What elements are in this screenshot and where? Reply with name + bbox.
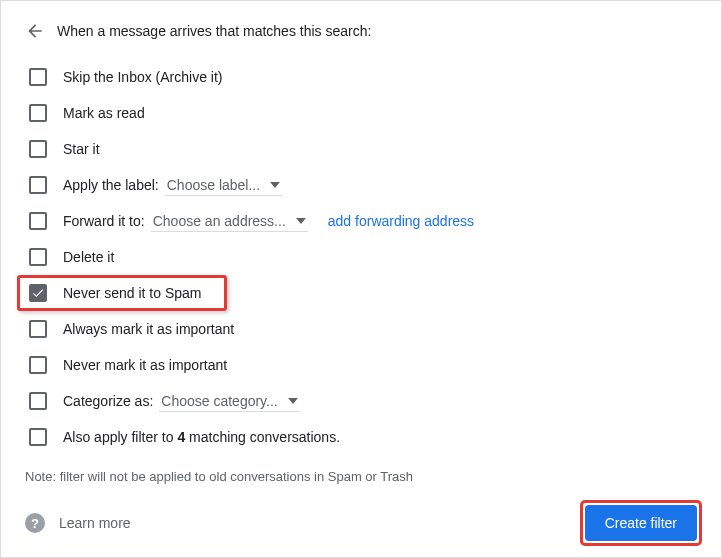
note-text: Note: filter will not be applied to old … — [25, 469, 697, 484]
label-mark-read: Mark as read — [63, 105, 145, 121]
option-apply-label: Apply the label: Choose label... — [29, 167, 697, 203]
label-never-important: Never mark it as important — [63, 357, 227, 373]
checkbox-never-important[interactable] — [29, 356, 47, 374]
option-mark-important: Always mark it as important — [29, 311, 697, 347]
option-never-important: Never mark it as important — [29, 347, 697, 383]
checkbox-star[interactable] — [29, 140, 47, 158]
dropdown-choose-category-text: Choose category... — [161, 393, 277, 409]
checkbox-apply-label[interactable] — [29, 176, 47, 194]
dropdown-choose-category[interactable]: Choose category... — [159, 391, 299, 412]
option-categorize: Categorize as: Choose category... — [29, 383, 697, 419]
dropdown-choose-address-text: Choose an address... — [153, 213, 286, 229]
checkbox-never-spam[interactable] — [29, 284, 47, 302]
chevron-down-icon — [296, 216, 306, 226]
label-delete: Delete it — [63, 249, 114, 265]
header-title: When a message arrives that matches this… — [57, 23, 371, 39]
option-star: Star it — [29, 131, 697, 167]
create-filter-wrap: Create filter — [585, 505, 697, 541]
chevron-down-icon — [288, 396, 298, 406]
learn-more-text: Learn more — [59, 515, 131, 531]
also-apply-prefix: Also apply filter to — [63, 429, 177, 445]
learn-more-link[interactable]: ? Learn more — [25, 513, 131, 533]
options-list: Skip the Inbox (Archive it) Mark as read… — [29, 59, 697, 455]
checkbox-categorize[interactable] — [29, 392, 47, 410]
checkbox-mark-read[interactable] — [29, 104, 47, 122]
panel-header: When a message arrives that matches this… — [25, 21, 697, 41]
option-never-spam: Never send it to Spam — [29, 275, 697, 311]
option-mark-read: Mark as read — [29, 95, 697, 131]
dropdown-choose-address[interactable]: Choose an address... — [151, 211, 308, 232]
label-skip-inbox: Skip the Inbox (Archive it) — [63, 69, 223, 85]
dropdown-choose-label-text: Choose label... — [167, 177, 260, 193]
checkbox-forward[interactable] — [29, 212, 47, 230]
checkbox-skip-inbox[interactable] — [29, 68, 47, 86]
help-icon: ? — [25, 513, 45, 533]
option-skip-inbox: Skip the Inbox (Archive it) — [29, 59, 697, 95]
option-forward: Forward it to: Choose an address... add … — [29, 203, 697, 239]
link-add-forwarding[interactable]: add forwarding address — [328, 213, 474, 229]
label-forward: Forward it to: — [63, 213, 145, 229]
checkbox-delete[interactable] — [29, 248, 47, 266]
panel-footer: ? Learn more Create filter — [25, 505, 697, 541]
option-delete: Delete it — [29, 239, 697, 275]
create-filter-button[interactable]: Create filter — [585, 505, 697, 541]
chevron-down-icon — [270, 180, 280, 190]
back-arrow-icon[interactable] — [25, 21, 45, 41]
checkbox-mark-important[interactable] — [29, 320, 47, 338]
label-never-spam: Never send it to Spam — [63, 285, 202, 301]
label-mark-important: Always mark it as important — [63, 321, 234, 337]
filter-actions-panel: When a message arrives that matches this… — [0, 0, 722, 558]
dropdown-choose-label[interactable]: Choose label... — [165, 175, 282, 196]
also-apply-suffix: matching conversations. — [185, 429, 340, 445]
label-apply-label: Apply the label: — [63, 177, 159, 193]
label-also-apply: Also apply filter to 4 matching conversa… — [63, 429, 340, 445]
option-also-apply: Also apply filter to 4 matching conversa… — [29, 419, 697, 455]
label-star: Star it — [63, 141, 100, 157]
checkbox-also-apply[interactable] — [29, 428, 47, 446]
label-categorize: Categorize as: — [63, 393, 153, 409]
